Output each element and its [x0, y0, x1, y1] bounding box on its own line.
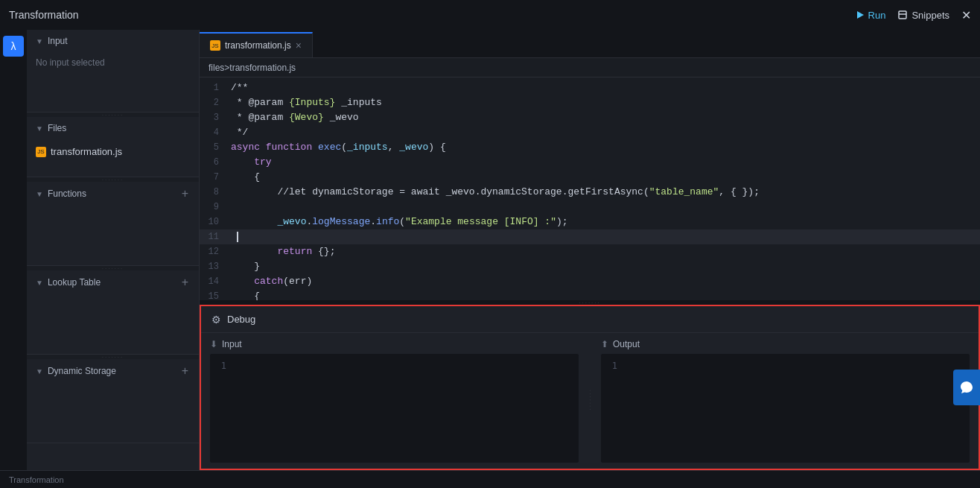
- sidebar-icon-bar: λ: [0, 30, 27, 470]
- debug-header: ⚙ Debug: [201, 306, 979, 333]
- breadcrumb: files > transformation.js: [200, 58, 980, 77]
- debug-output-header: ⬆ Output: [601, 339, 970, 349]
- svg-rect-1: [899, 11, 906, 19]
- debug-output-editor[interactable]: 1: [601, 354, 970, 463]
- debug-output-code[interactable]: [623, 354, 970, 463]
- files-section-body: JS transformation.js: [27, 139, 199, 177]
- debug-input-icon: ⬇: [210, 339, 217, 349]
- debug-input-line-numbers: 1: [210, 354, 232, 463]
- breadcrumb-path: files: [209, 63, 224, 73]
- title-bar-left: Transformation: [9, 9, 79, 21]
- bottom-bar-label: Transformation: [9, 475, 64, 484]
- input-section-body: No input selected: [27, 52, 199, 112]
- functions-label: Functions: [48, 188, 86, 199]
- dynamic-storage-section-header[interactable]: ▼ Dynamic Storage +: [27, 359, 199, 383]
- dynamic-storage-header-left: ▼ Dynamic Storage: [36, 366, 116, 376]
- tab-transformation[interactable]: JS transformation.js ×: [200, 32, 313, 57]
- code-line-8: 8 //let dynamicStorage = await _wevo.dyn…: [200, 185, 980, 200]
- code-line-9: 9: [200, 200, 980, 215]
- editor-area: JS transformation.js × files > transform…: [200, 30, 980, 470]
- tab-bar: JS transformation.js ×: [200, 30, 980, 58]
- title-bar: Transformation Run Snippets ✕: [0, 0, 980, 30]
- bottom-bar: Transformation: [0, 470, 980, 488]
- dynamic-storage-chevron-icon: ▼: [36, 367, 43, 375]
- code-line-11: 11: [200, 229, 980, 244]
- code-line-12: 12 return {};: [200, 244, 980, 259]
- code-line-13: 13 }: [200, 259, 980, 274]
- functions-section-header[interactable]: ▼ Functions +: [27, 182, 199, 206]
- sidebar-with-icon: λ ▼ Input No input selected: [0, 30, 199, 470]
- code-line-14: 14 catch(err): [200, 274, 980, 289]
- main-layout: λ ▼ Input No input selected: [0, 30, 980, 470]
- breadcrumb-separator: >: [224, 63, 229, 73]
- breadcrumb-file: transformation.js: [229, 63, 296, 73]
- lambda-icon[interactable]: λ: [3, 36, 24, 57]
- code-line-2: 2 * @param {Inputs} _inputs: [200, 95, 980, 110]
- dynamic-storage-add-button[interactable]: +: [180, 365, 190, 377]
- no-input-text: No input selected: [36, 54, 105, 71]
- functions-section-body: [27, 206, 199, 265]
- snippets-icon: [897, 10, 908, 20]
- file-item-transformation[interactable]: JS transformation.js: [36, 144, 190, 159]
- debug-panel: ⚙ Debug ⬇ Input 1: [200, 305, 980, 470]
- code-line-7: 7 {: [200, 170, 980, 185]
- code-line-3: 3 * @param {Wevo} _wevo: [200, 110, 980, 125]
- tab-name: transformation.js: [225, 40, 291, 51]
- code-line-6: 6 try: [200, 155, 980, 170]
- chat-icon: [959, 380, 974, 395]
- tab-js-icon: JS: [210, 40, 220, 51]
- debug-input-header: ⬇ Input: [210, 339, 579, 349]
- sidebar-section-dynamic-storage: ▼ Dynamic Storage +: [27, 359, 199, 443]
- files-section-header[interactable]: ▼ Files: [27, 117, 199, 139]
- debug-output-line-1: 1: [612, 358, 617, 373]
- dynamic-storage-section-body: [27, 383, 199, 443]
- js-file-icon: JS: [36, 147, 46, 157]
- functions-add-button[interactable]: +: [180, 188, 190, 200]
- chat-button[interactable]: [953, 370, 980, 405]
- debug-output-pane: ⬆ Output 1: [592, 333, 979, 469]
- sidebar-content: ▼ Input No input selected ·······: [27, 30, 199, 470]
- files-chevron-icon: ▼: [36, 124, 43, 133]
- debug-input-line-1: 1: [221, 358, 226, 373]
- debug-output-icon: ⬆: [601, 339, 608, 349]
- input-label: Input: [48, 36, 68, 46]
- sidebar-section-files: ▼ Files JS transformation.js: [27, 117, 199, 177]
- debug-output-label: Output: [613, 339, 640, 349]
- code-line-1: 1 /**: [200, 80, 980, 95]
- debug-body: ⬇ Input 1 ·······: [201, 333, 979, 469]
- input-chevron-icon: ▼: [36, 37, 43, 45]
- snippets-button[interactable]: Snippets: [897, 10, 949, 21]
- input-header-left: ▼ Input: [36, 36, 68, 46]
- app-title: Transformation: [9, 9, 79, 21]
- code-line-10: 10 _wevo.logMessage.info("Example messag…: [200, 215, 980, 229]
- debug-input-label: Input: [222, 339, 242, 349]
- debug-input-editor[interactable]: 1: [210, 354, 579, 463]
- title-bar-actions: Run Snippets ✕: [856, 8, 971, 22]
- run-icon: [856, 10, 865, 19]
- functions-header-left: ▼ Functions: [36, 188, 86, 199]
- code-line-5: 5 async function exec(_inputs, _wevo) {: [200, 140, 980, 155]
- tab-close-button[interactable]: ×: [296, 39, 302, 51]
- svg-marker-0: [857, 11, 864, 19]
- code-line-4: 4 */: [200, 125, 980, 140]
- sidebar-section-input: ▼ Input No input selected: [27, 30, 199, 113]
- lookup-header-left: ▼ Lookup Table: [36, 277, 101, 288]
- lookup-section-header[interactable]: ▼ Lookup Table +: [27, 270, 199, 294]
- functions-chevron-icon: ▼: [36, 190, 43, 198]
- debug-input-code[interactable]: [232, 354, 579, 463]
- sidebar-section-functions: ▼ Functions +: [27, 182, 199, 266]
- lookup-section-body: [27, 294, 199, 354]
- lookup-add-button[interactable]: +: [180, 276, 190, 288]
- debug-input-pane: ⬇ Input 1: [201, 333, 588, 469]
- files-label: Files: [48, 123, 66, 133]
- run-button[interactable]: Run: [856, 10, 886, 21]
- file-name: transformation.js: [51, 146, 122, 157]
- lookup-chevron-icon: ▼: [36, 279, 43, 287]
- debug-icon: ⚙: [211, 314, 221, 326]
- lookup-label: Lookup Table: [48, 277, 101, 288]
- input-section-header[interactable]: ▼ Input: [27, 30, 199, 52]
- code-editor[interactable]: 1 /** 2 * @param {Inputs} _inputs 3 * @p…: [200, 77, 980, 300]
- debug-title: Debug: [227, 314, 255, 325]
- debug-output-line-numbers: 1: [601, 354, 623, 463]
- close-button[interactable]: ✕: [961, 8, 971, 22]
